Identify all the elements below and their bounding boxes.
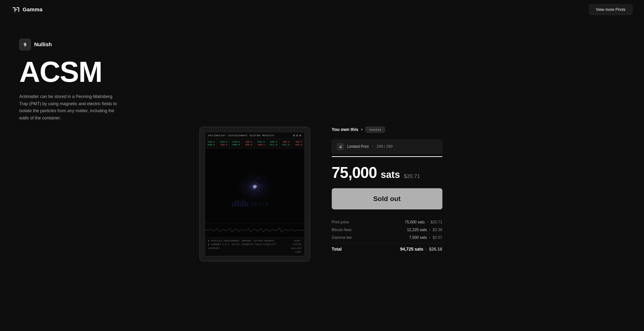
fee-dot-2 (429, 229, 430, 230)
monitor-screen: Antimatter Containment System Monitor +0… (205, 132, 305, 256)
total-row: Total 94,725 sats $26.16 (332, 247, 442, 252)
image-panel: Antimatter Containment System Monitor +0… (192, 127, 317, 261)
monitor-footer: ▶ PARTICLE CONTAINMENT: NOMINAL (WITHIN … (205, 237, 304, 256)
svg-point-37 (254, 194, 254, 195)
svg-point-19 (249, 188, 250, 188)
price-row: 75,000 sats $20.71 (332, 164, 442, 181)
print-price-row: Print price 75,000 sats $20.71 (332, 220, 442, 224)
print-price-label: Print price (332, 220, 349, 224)
monitor-grid: +018.8+038.8+018.8-028.8+038.8+088.9-039… (205, 139, 304, 148)
monitor-cell: +038.8+088.9 (230, 139, 242, 148)
ownership-row: You own this ●●●●●● (332, 127, 442, 133)
artwork-title: ACSM (19, 58, 306, 86)
header: Gamma View more Prints (0, 0, 644, 20)
artist-row: 9 Nullish (19, 39, 306, 50)
svg-point-31 (260, 193, 260, 193)
total-dot (426, 249, 426, 250)
gamma-logo-icon (12, 5, 20, 14)
fee-divider (332, 243, 442, 243)
print-separator: • (372, 145, 373, 149)
print-info-container: 🖨 Limited Print • 299 / 299 (332, 139, 442, 157)
particle-display: BEATS (205, 148, 304, 223)
svg-point-38 (268, 187, 268, 187)
monitor-dot-1 (293, 135, 295, 137)
svg-point-18 (261, 187, 261, 187)
left-panel: 9 Nullish ACSM Antimatter can be stored … (0, 34, 317, 127)
print-progress-fill (332, 156, 442, 157)
ownership-separator-dot (361, 129, 362, 130)
print-label: Limited Print (348, 144, 369, 149)
right-panel: You own this ●●●●●● 🖨 Limited Print • 29… (317, 127, 452, 261)
svg-point-26 (262, 188, 263, 188)
print-icon: 🖨 (337, 143, 344, 150)
svg-point-30 (247, 187, 248, 187)
monitor-cell: +018.8-028.8 (217, 139, 230, 148)
svg-point-51 (246, 177, 247, 177)
ownership-label: You own this (332, 127, 358, 132)
svg-point-52 (250, 182, 259, 191)
print-progress-bar (332, 156, 442, 157)
monitor-dot-2 (296, 135, 298, 137)
gamma-fee-values: 7,500 sats $2.07 (409, 235, 442, 240)
right-spacer (452, 127, 644, 261)
svg-point-14 (260, 184, 260, 185)
svg-point-34 (246, 189, 246, 189)
bitcoin-fees-label: Bitcoin fees (332, 228, 352, 232)
svg-point-32 (266, 184, 266, 184)
svg-text:BEATS: BEATS (250, 201, 269, 207)
svg-point-43 (243, 188, 244, 188)
monitor-cell: +018.8+038.8 (205, 139, 218, 148)
artist-name: Nullish (34, 41, 52, 48)
svg-point-49 (242, 185, 242, 185)
view-more-prints-button[interactable]: View more Prints (589, 4, 632, 15)
artwork-description: Antimatter can be stored in a Penning-Ma… (19, 93, 120, 122)
price-usd: $20.71 (404, 173, 420, 179)
print-price-values: 75,000 sats $20.71 (405, 220, 442, 224)
bitcoin-fees-sats: 12,225 sats (407, 228, 427, 232)
svg-point-47 (242, 190, 243, 190)
monitor-cell: -039.8-028.8 (242, 139, 255, 148)
total-usd: $26.16 (429, 247, 442, 252)
svg-point-45 (252, 196, 252, 196)
svg-point-23 (248, 186, 248, 186)
svg-point-39 (245, 187, 245, 187)
svg-rect-59 (247, 203, 248, 207)
gamma-fee-usd: $2.07 (432, 235, 442, 240)
price-sats-amount: 75,000 (332, 164, 377, 181)
monitor-title: Antimatter Containment System Monitor (208, 134, 275, 137)
svg-rect-58 (244, 201, 246, 207)
svg-point-50 (262, 197, 263, 197)
main-content: 9 Nullish ACSM Antimatter can be stored … (0, 20, 644, 276)
bitcoin-fees-usd: $3.38 (432, 228, 442, 232)
svg-point-29 (264, 186, 264, 186)
svg-rect-54 (234, 201, 236, 207)
gamma-fee-row: Gamma fee 7,500 sats $2.07 (332, 235, 442, 240)
ownership-badge: ●●●●●● (366, 127, 385, 133)
fee-dot-1 (427, 222, 428, 223)
svg-rect-56 (239, 202, 241, 206)
total-values: 94,725 sats $26.16 (400, 247, 442, 252)
svg-point-22 (262, 185, 262, 185)
print-info-row: 🖨 Limited Print • 299 / 299 (332, 139, 442, 154)
print-count: 299 / 299 (376, 144, 392, 149)
fee-dot-3 (429, 237, 430, 238)
svg-point-36 (256, 179, 256, 179)
monitor-titlebar: Antimatter Containment System Monitor (205, 132, 304, 139)
gamma-fee-label: Gamma fee (332, 235, 352, 240)
svg-point-33 (246, 184, 246, 185)
artwork-frame: Antimatter Containment System Monitor +0… (200, 127, 310, 261)
waveform-svg (205, 224, 304, 236)
svg-rect-53 (232, 203, 234, 206)
total-label: Total (332, 247, 342, 252)
monitor-cell: -036.8-018.9 (292, 139, 304, 148)
particle-svg: BEATS (205, 148, 304, 223)
svg-rect-55 (237, 200, 238, 207)
price-sats-label: sats (381, 169, 400, 180)
sold-out-button[interactable]: Sold out (332, 188, 442, 209)
bitcoin-fees-values: 12,225 sats $3.38 (407, 228, 442, 232)
svg-point-15 (250, 185, 250, 185)
svg-point-42 (269, 184, 270, 185)
gamma-fee-sats: 7,500 sats (409, 235, 427, 240)
print-price-sats: 75,000 sats (405, 220, 425, 224)
monitor-cell: +028.8-048.9 (255, 139, 267, 148)
